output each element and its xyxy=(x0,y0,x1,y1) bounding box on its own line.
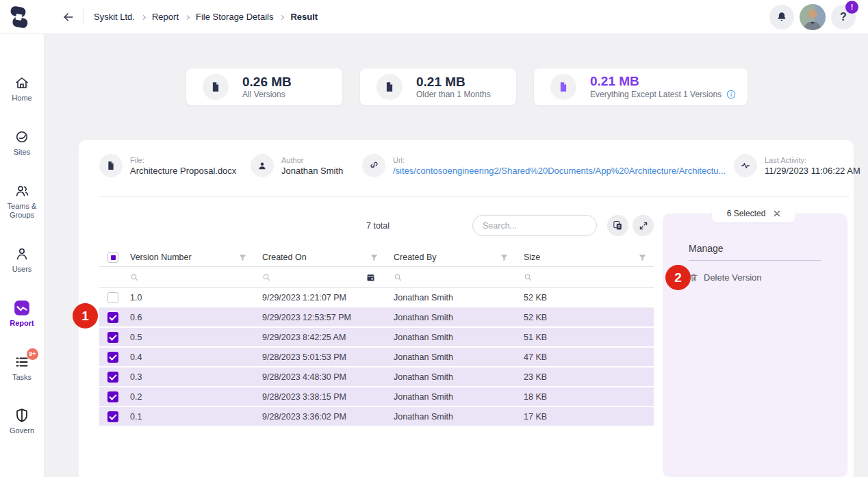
table-row[interactable]: 0.6 9/29/2023 12:53:57 PM Jonathan Smith… xyxy=(99,308,654,328)
sites-icon xyxy=(13,128,31,146)
filter-icon[interactable] xyxy=(238,253,247,262)
table-row[interactable]: 1.0 9/29/2023 1:21:07 PM Jonathan Smith … xyxy=(99,288,654,308)
search-icon xyxy=(130,273,139,282)
filter-icon[interactable] xyxy=(638,253,647,262)
last-activity-value: 11/29/2023 11:06:22 AM xyxy=(765,166,860,176)
file-info-file: File: Architecture Proposal.docx xyxy=(99,151,236,181)
sidebar-item-label: Sites xyxy=(14,148,30,157)
cell-created-on: 9/28/2023 5:01:53 PM xyxy=(254,352,385,362)
content-area: 0.26 MB All Versions 0.21 MB Older than … xyxy=(44,34,868,477)
table-search xyxy=(472,215,597,236)
search-input[interactable] xyxy=(483,221,593,231)
row-checkbox[interactable] xyxy=(107,312,118,323)
sidebar-item-label: Govern xyxy=(10,426,34,436)
stat-value: 0.21 MB xyxy=(590,74,737,89)
selected-count-label: 6 Selected xyxy=(727,209,766,218)
close-icon[interactable] xyxy=(774,210,780,217)
stat-label: All Versions xyxy=(242,90,292,99)
delete-version-button[interactable]: Delete Version xyxy=(689,272,762,283)
sidebar-item-report[interactable]: Report xyxy=(1,299,43,328)
filter-created-on[interactable] xyxy=(254,272,385,283)
sidebar-item-tasks[interactable]: 9+ Tasks xyxy=(1,353,43,383)
table-row[interactable]: 0.5 9/29/2023 8:42:25 AM Jonathan Smith … xyxy=(99,328,654,348)
filter-created-by[interactable] xyxy=(385,273,515,282)
notifications-button[interactable] xyxy=(769,5,794,29)
cell-size: 51 KB xyxy=(515,333,654,342)
sidebar-item-sites[interactable]: Sites xyxy=(1,128,43,157)
file-icon xyxy=(376,74,403,100)
help-alert-badge: ! xyxy=(845,1,858,14)
url-link[interactable]: /sites/contosoengineering2/Shared%20Docu… xyxy=(393,166,726,176)
column-header-size[interactable]: Size xyxy=(515,253,654,262)
file-icon xyxy=(550,74,576,100)
cell-size: 52 KB xyxy=(515,293,654,302)
user-avatar[interactable] xyxy=(800,4,826,30)
selection-panel: 6 Selected Manage Delete Version xyxy=(663,214,847,477)
table-row[interactable]: 0.3 9/28/2023 4:48:30 PM Jonathan Smith … xyxy=(99,368,654,387)
sidebar-item-teams-groups[interactable]: Teams & Groups xyxy=(1,182,43,221)
sidebar-item-home[interactable]: Home xyxy=(1,74,43,103)
row-checkbox[interactable] xyxy=(107,292,118,303)
cell-size: 47 KB xyxy=(515,352,654,362)
cell-created-on: 9/29/2023 12:53:57 PM xyxy=(254,313,385,322)
manage-section-title: Manage xyxy=(689,243,724,254)
sidebar-item-users[interactable]: Users xyxy=(1,245,43,274)
home-icon xyxy=(13,74,31,92)
column-header-version-number[interactable]: Version Number xyxy=(122,253,254,262)
help-button[interactable]: ? ! xyxy=(831,5,856,29)
filter-version-number[interactable] xyxy=(122,273,254,282)
sidebar-item-label: Teams & Groups xyxy=(1,202,43,221)
author-name: Jonathan Smith xyxy=(281,166,343,176)
expand-button[interactable] xyxy=(633,215,654,236)
total-count: 7 total xyxy=(366,221,390,231)
table-row[interactable]: 0.1 9/28/2023 3:36:02 PM Jonathan Smith … xyxy=(99,407,654,427)
chevron-right-icon xyxy=(279,14,284,19)
row-checkbox[interactable] xyxy=(107,332,118,343)
stat-card-older-than: 0.21 MB Older than 1 Months xyxy=(360,68,516,105)
table-row[interactable]: 0.4 9/28/2023 5:01:53 PM Jonathan Smith … xyxy=(99,348,654,368)
cell-created-on: 9/28/2023 3:36:02 PM xyxy=(254,412,385,422)
cell-version-number: 0.6 xyxy=(122,313,254,322)
versions-table: Version Number Created On Created By Siz… xyxy=(99,248,654,427)
cell-version-number: 0.3 xyxy=(122,372,254,382)
row-checkbox[interactable] xyxy=(107,411,118,422)
breadcrumb-item-company[interactable]: Syskit Ltd. xyxy=(94,12,135,22)
file-info-last-activity: Last Activity: 11/29/2023 11:06:22 AM xyxy=(734,151,860,181)
cell-size: 17 KB xyxy=(515,412,654,422)
tasks-count-badge: 9+ xyxy=(27,348,38,360)
search-icon xyxy=(394,273,403,282)
row-checkbox[interactable] xyxy=(107,391,118,402)
back-button[interactable] xyxy=(59,8,78,27)
select-all-checkbox[interactable] xyxy=(107,252,118,263)
cell-created-by: Jonathan Smith xyxy=(385,352,515,362)
filter-icon[interactable] xyxy=(370,253,379,262)
cell-created-on: 9/29/2023 1:21:07 PM xyxy=(254,293,385,302)
cell-version-number: 1.0 xyxy=(122,293,254,302)
report-icon xyxy=(13,299,31,317)
row-checkbox[interactable] xyxy=(107,372,118,383)
info-icon[interactable]: i xyxy=(726,89,737,100)
calendar-icon[interactable] xyxy=(366,272,376,283)
breadcrumb-item-report[interactable]: Report xyxy=(152,12,179,22)
copy-button[interactable] xyxy=(607,215,628,236)
last-activity-label: Last Activity: xyxy=(765,155,860,165)
sidebar-item-label: Tasks xyxy=(12,373,31,383)
column-header-created-on[interactable]: Created On xyxy=(254,253,385,262)
syskit-logo-icon xyxy=(5,3,33,31)
chevron-right-icon xyxy=(141,14,146,19)
teams-groups-icon xyxy=(13,182,31,200)
annotation-badge-1: 1 xyxy=(73,303,98,328)
table-row[interactable]: 0.2 9/28/2023 3:38:15 PM Jonathan Smith … xyxy=(99,387,654,407)
column-header-created-by[interactable]: Created By xyxy=(385,253,515,262)
search-icon xyxy=(262,273,271,282)
cell-created-by: Jonathan Smith xyxy=(385,392,515,402)
filter-icon[interactable] xyxy=(500,253,509,262)
filter-size[interactable] xyxy=(515,273,654,282)
breadcrumb-item-file-storage-details[interactable]: File Storage Details xyxy=(196,12,273,22)
row-checkbox[interactable] xyxy=(107,352,118,363)
cell-created-by: Jonathan Smith xyxy=(385,372,515,382)
govern-icon xyxy=(13,407,31,424)
sidebar-item-govern[interactable]: Govern xyxy=(1,407,43,436)
sidebar-item-label: Report xyxy=(10,319,34,328)
url-label: Url: xyxy=(393,155,726,165)
